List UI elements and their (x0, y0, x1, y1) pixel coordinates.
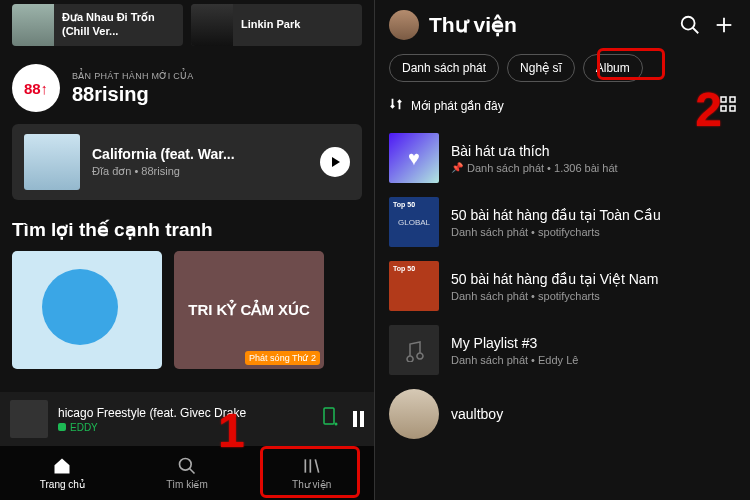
svg-line-3 (190, 469, 195, 474)
item-subtitle: Danh sách phát • spotifycharts (451, 226, 736, 238)
shortcut-artwork (191, 4, 233, 46)
list-item[interactable]: vaultboy (389, 382, 736, 446)
release-meta: Đĩa đơn • 88rising (92, 165, 308, 178)
nav-label: Thư viện (292, 479, 331, 490)
now-playing-bar[interactable]: hicago Freestyle (feat. Givec Drake EDDY (0, 392, 374, 446)
now-playing-artist: EDDY (58, 422, 313, 433)
search-icon[interactable] (678, 13, 702, 37)
card-badge: Phát sóng Thứ 2 (245, 351, 320, 365)
new-release-header[interactable]: 88↑ BẢN PHÁT HÀNH MỚI CỦA 88rising (0, 56, 374, 122)
user-avatar[interactable] (389, 10, 419, 40)
devices-icon[interactable] (323, 407, 339, 431)
nav-label: Trang chủ (40, 479, 85, 490)
nav-label: Tìm kiếm (166, 479, 208, 490)
content-artwork: TRI KỶ CẢM XÚC Phát sóng Thứ 2 (174, 251, 324, 369)
release-artwork (24, 134, 80, 190)
pause-button[interactable] (353, 411, 364, 427)
shortcut-title: Linkin Park (233, 18, 308, 32)
list-item-liked-songs[interactable]: Bài hát ưa thích 📌Danh sách phát • 1.306… (389, 126, 736, 190)
artist-avatar: 88↑ (12, 64, 60, 112)
svg-rect-11 (721, 97, 726, 102)
search-icon (177, 456, 197, 476)
svg-rect-13 (721, 106, 726, 111)
pin-icon: 📌 (451, 162, 463, 173)
artist-avatar (389, 389, 439, 439)
add-icon[interactable] (712, 13, 736, 37)
recent-shortcuts-row: Đưa Nhau Đi Trốn (Chill Ver... Linkin Pa… (0, 0, 374, 56)
item-title: My Playlist #3 (451, 335, 736, 351)
home-screen: Đưa Nhau Đi Trốn (Chill Ver... Linkin Pa… (0, 0, 375, 500)
section-title: Tìm lợi thế cạnh tranh (0, 212, 374, 251)
now-playing-artwork (10, 400, 48, 438)
playlist-artwork: Top 50GLOBAL (389, 197, 439, 247)
item-subtitle: Danh sách phát • spotifycharts (451, 290, 736, 302)
svg-point-1 (335, 423, 338, 426)
svg-line-8 (693, 28, 699, 34)
svg-rect-14 (730, 106, 735, 111)
library-icon (302, 456, 322, 476)
sort-label[interactable]: Mới phát gần đây (411, 99, 712, 113)
chip-playlists[interactable]: Danh sách phát (389, 54, 499, 82)
svg-point-7 (682, 17, 695, 30)
filter-chips: Danh sách phát Nghệ sĩ Album (375, 48, 750, 92)
nav-home[interactable]: Trang chủ (0, 446, 125, 500)
nav-search[interactable]: Tìm kiếm (125, 446, 250, 500)
home-icon (52, 456, 72, 476)
library-list[interactable]: Bài hát ưa thích 📌Danh sách phát • 1.306… (375, 126, 750, 446)
release-title: California (feat. War... (92, 146, 308, 162)
card-overlay-text: TRI KỶ CẢM XÚC (188, 302, 310, 319)
page-title: Thư viện (429, 13, 668, 37)
release-card[interactable]: California (feat. War... Đĩa đơn • 88ris… (12, 124, 362, 200)
sort-icon[interactable] (389, 97, 403, 115)
item-subtitle: Danh sách phát • Eddy Lê (451, 354, 736, 366)
playlist-artwork (389, 325, 439, 375)
chip-artists[interactable]: Nghệ sĩ (507, 54, 575, 82)
content-card[interactable] (12, 251, 162, 369)
item-title: 50 bài hát hàng đầu tại Toàn Cầu (451, 207, 736, 223)
now-playing-title: hicago Freestyle (feat. Givec Drake (58, 406, 313, 420)
list-item[interactable]: My Playlist #3 Danh sách phát • Eddy Lê (389, 318, 736, 382)
grid-view-icon[interactable] (720, 96, 736, 116)
bottom-nav: Trang chủ Tìm kiếm Thư viện (0, 446, 374, 500)
svg-rect-12 (730, 97, 735, 102)
library-header: Thư viện (375, 0, 750, 48)
shortcut-title: Đưa Nhau Đi Trốn (Chill Ver... (54, 11, 183, 39)
shortcut-card[interactable]: Linkin Park (191, 4, 362, 46)
list-item[interactable]: Top 50 50 bài hát hàng đầu tại Việt Nam … (389, 254, 736, 318)
playlist-artwork: Top 50 (389, 261, 439, 311)
shortcut-card[interactable]: Đưa Nhau Đi Trốn (Chill Ver... (12, 4, 183, 46)
content-carousel[interactable]: TRI KỶ CẢM XÚC Phát sóng Thứ 2 (0, 251, 374, 369)
release-sublabel: BẢN PHÁT HÀNH MỚI CỦA (72, 71, 194, 81)
content-card[interactable]: TRI KỶ CẢM XÚC Phát sóng Thứ 2 (174, 251, 324, 369)
svg-line-6 (315, 459, 318, 472)
svg-rect-0 (324, 408, 334, 424)
list-item[interactable]: Top 50GLOBAL 50 bài hát hàng đầu tại Toà… (389, 190, 736, 254)
item-title: vaultboy (451, 406, 736, 422)
library-screen: Thư viện Danh sách phát Nghệ sĩ Album Mớ… (375, 0, 750, 500)
item-title: 50 bài hát hàng đầu tại Việt Nam (451, 271, 736, 287)
item-subtitle: 📌Danh sách phát • 1.306 bài hát (451, 162, 736, 174)
chip-albums[interactable]: Album (583, 54, 643, 82)
content-artwork (12, 251, 162, 369)
item-title: Bài hát ưa thích (451, 143, 736, 159)
liked-songs-artwork (389, 133, 439, 183)
artist-name: 88rising (72, 83, 194, 106)
play-button[interactable] (320, 147, 350, 177)
nav-library[interactable]: Thư viện (249, 446, 374, 500)
sort-row: Mới phát gần đây (375, 92, 750, 126)
shortcut-artwork (12, 4, 54, 46)
svg-point-2 (180, 459, 192, 471)
